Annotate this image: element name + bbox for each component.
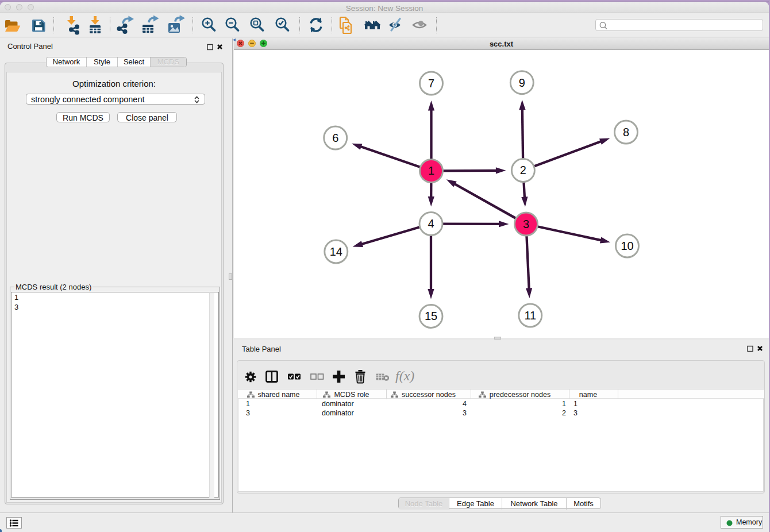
svg-text:7: 7 bbox=[428, 77, 434, 90]
svg-text:15: 15 bbox=[425, 310, 437, 322]
svg-text:3: 3 bbox=[523, 218, 529, 230]
svg-text:9: 9 bbox=[519, 76, 525, 89]
svg-text:6: 6 bbox=[332, 132, 338, 144]
svg-text:14: 14 bbox=[330, 245, 342, 258]
svg-text:1: 1 bbox=[428, 164, 434, 177]
svg-text:11: 11 bbox=[524, 309, 536, 322]
svg-text:8: 8 bbox=[623, 126, 629, 138]
svg-text:10: 10 bbox=[621, 240, 633, 252]
svg-text:2: 2 bbox=[520, 164, 526, 176]
svg-text:4: 4 bbox=[428, 217, 434, 230]
